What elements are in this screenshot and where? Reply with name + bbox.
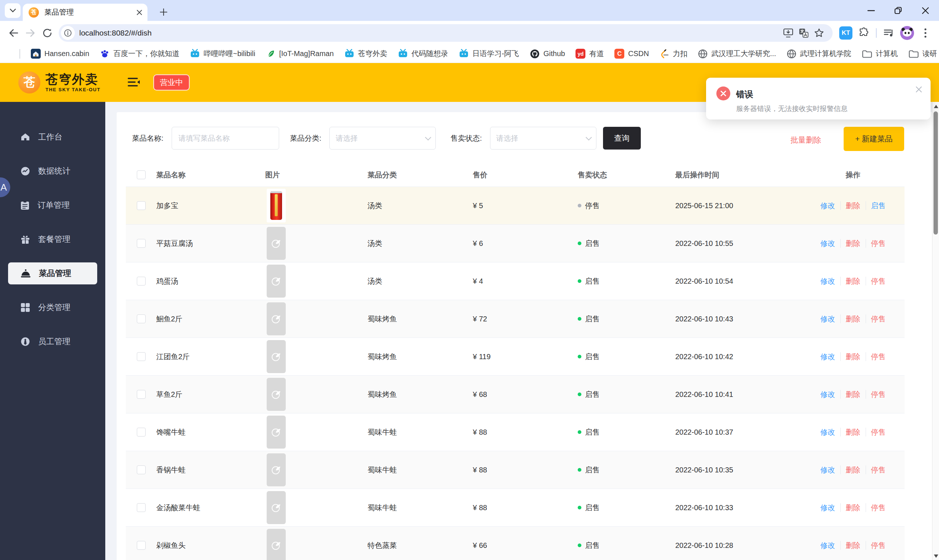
window-close-button[interactable]	[912, 0, 939, 21]
address-bar[interactable]: localhost:8082/#/dish	[59, 24, 833, 42]
bookmark-iot-mag-raman[interactable]: [IoT-Mag]Raman	[266, 49, 334, 58]
dish-name-input[interactable]	[172, 127, 279, 149]
sidebar-collapse-button[interactable]	[128, 77, 140, 88]
row-checkbox[interactable]	[137, 277, 146, 286]
row-checkbox[interactable]	[137, 541, 146, 550]
query-button[interactable]: 查询	[603, 127, 641, 149]
tab-search-button[interactable]	[5, 3, 20, 18]
bookmark-youdao[interactable]: yd 有道	[575, 49, 604, 58]
toast-close-button[interactable]	[915, 86, 922, 93]
bookmark-github[interactable]: Github	[530, 49, 565, 59]
sidebar-item-categories[interactable]: 分类管理	[0, 297, 105, 318]
extensions-button[interactable]	[856, 25, 872, 42]
row-checkbox[interactable]	[137, 428, 146, 437]
bookmark-csdn[interactable]: C CSDN	[614, 49, 649, 58]
sidebar-item-orders[interactable]: 订单管理	[0, 194, 105, 216]
forward-button[interactable]	[22, 25, 39, 42]
delete-link[interactable]: 删除	[846, 503, 860, 513]
edit-link[interactable]: 修改	[820, 352, 835, 362]
sidebar-item-workbench[interactable]: 工作台	[0, 126, 105, 148]
start-sale-link[interactable]: 启售	[871, 201, 886, 211]
delete-link[interactable]: 删除	[846, 276, 860, 286]
stop-sale-link[interactable]: 停售	[871, 541, 886, 551]
stop-sale-link[interactable]: 停售	[871, 238, 886, 248]
edit-link[interactable]: 修改	[820, 201, 835, 211]
row-checkbox[interactable]	[137, 465, 146, 474]
sidebar-item-dishes[interactable]: 菜品管理	[8, 262, 97, 285]
bookmark-baidu[interactable]: 百度一下，你就知道	[100, 49, 179, 58]
sidebar-item-employees[interactable]: 员工管理	[0, 331, 105, 352]
scroll-up-arrow-icon[interactable]	[934, 105, 938, 108]
window-restore-button[interactable]	[885, 0, 912, 21]
profile-avatar[interactable]	[900, 26, 914, 40]
select-all-checkbox[interactable]	[137, 171, 146, 179]
kt-extension-icon[interactable]: KT	[839, 26, 853, 40]
bookmark-star-button[interactable]	[811, 25, 827, 42]
edit-link[interactable]: 修改	[820, 465, 835, 475]
stop-sale-link[interactable]: 停售	[871, 276, 886, 286]
new-tab-button[interactable]	[156, 5, 171, 20]
delete-link[interactable]: 删除	[846, 465, 860, 475]
stop-sale-link[interactable]: 停售	[871, 389, 886, 400]
reading-list-button[interactable]	[880, 25, 897, 42]
stop-sale-link[interactable]: 停售	[871, 314, 886, 324]
row-checkbox[interactable]	[137, 239, 146, 248]
sidebar-item-statistics[interactable]: 数据统计	[0, 160, 105, 182]
bookmark-wuli-cs[interactable]: 武理计算机学院	[787, 49, 851, 58]
bookmark-daima-suixianglu[interactable]: 代码随想录	[398, 49, 448, 58]
dish-category-select[interactable]: 请选择	[329, 127, 436, 149]
edit-link[interactable]: 修改	[820, 276, 835, 286]
install-app-button[interactable]	[780, 25, 796, 42]
sale-status-select[interactable]: 请选择	[490, 127, 597, 149]
row-checkbox[interactable]	[137, 503, 146, 512]
stop-sale-link[interactable]: 停售	[871, 352, 886, 362]
dish-image-placeholder	[267, 302, 286, 335]
install-icon	[783, 28, 793, 38]
bookmark-sky-takeout[interactable]: 苍穹外卖	[344, 49, 387, 58]
delete-link[interactable]: 删除	[846, 541, 860, 551]
page-scrollbar[interactable]	[932, 102, 939, 560]
edit-link[interactable]: 修改	[820, 541, 835, 551]
row-checkbox[interactable]	[137, 314, 146, 323]
translate-button[interactable]	[796, 25, 811, 42]
site-info-chip[interactable]	[61, 26, 75, 40]
row-checkbox[interactable]	[137, 352, 146, 361]
stop-sale-link[interactable]: 停售	[871, 503, 886, 513]
edit-link[interactable]: 修改	[820, 314, 835, 324]
status-dot	[578, 242, 581, 245]
back-button[interactable]	[5, 25, 22, 42]
bookmark-bilibili[interactable]: 哔哩哔哩~bilibili	[190, 49, 255, 58]
row-checkbox[interactable]	[137, 201, 146, 210]
delete-link[interactable]: 删除	[846, 238, 860, 248]
delete-link[interactable]: 删除	[846, 201, 860, 211]
edit-link[interactable]: 修改	[820, 427, 835, 437]
delete-link[interactable]: 删除	[846, 314, 860, 324]
bookmark-folder-computer[interactable]: 计算机	[862, 49, 898, 58]
edit-link[interactable]: 修改	[820, 389, 835, 400]
stop-sale-link[interactable]: 停售	[871, 465, 886, 475]
bookmark-leetcode[interactable]: 力扣	[660, 49, 688, 59]
sidebar-item-set-meal[interactable]: 套餐管理	[0, 228, 105, 250]
url-text[interactable]: localhost:8082/#/dish	[79, 29, 780, 37]
window-minimize-button[interactable]	[857, 0, 885, 21]
bookmark-hansen-cabin[interactable]: Hansen.cabin	[31, 49, 89, 58]
delete-link[interactable]: 删除	[846, 352, 860, 362]
tab-close-icon[interactable]	[136, 9, 142, 15]
bookmark-riyu-xuexi[interactable]: 日语学习-阿飞	[459, 49, 519, 58]
scrollbar-thumb[interactable]	[933, 111, 938, 235]
edit-link[interactable]: 修改	[820, 238, 835, 248]
batch-delete-link[interactable]: 批量删除	[791, 135, 821, 145]
bookmark-whut-graduate[interactable]: 武汉理工大学研究...	[698, 49, 776, 58]
row-checkbox[interactable]	[137, 390, 146, 399]
status-text: 停售	[585, 201, 600, 211]
delete-link[interactable]: 删除	[846, 389, 860, 400]
new-dish-button[interactable]: + 新建菜品	[843, 127, 904, 151]
stop-sale-link[interactable]: 停售	[871, 427, 886, 437]
browser-tab[interactable]: 苍 菜品管理	[23, 4, 148, 21]
delete-link[interactable]: 删除	[846, 427, 860, 437]
scroll-down-arrow-icon[interactable]	[934, 554, 938, 558]
reload-button[interactable]	[39, 25, 56, 42]
browser-menu-button[interactable]	[917, 25, 934, 42]
bookmark-folder-graduate[interactable]: 读研	[908, 49, 937, 58]
edit-link[interactable]: 修改	[820, 503, 835, 513]
